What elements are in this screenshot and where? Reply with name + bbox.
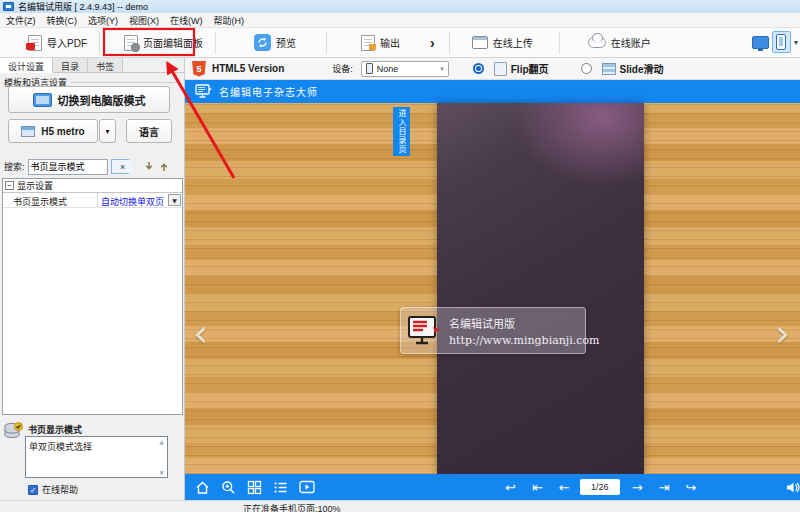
help-text-box[interactable]: 单双页模式选择 ▲ ▼ [25, 436, 168, 478]
toolbar-separator [215, 32, 216, 54]
switch-to-desktop-label: 切换到电脑版模式 [58, 92, 146, 108]
tab-design-settings[interactable]: 设计设置 [0, 58, 53, 73]
close-icon: × [120, 162, 125, 172]
clear-search-button[interactable]: × [111, 159, 135, 174]
online-account-button[interactable]: 在线账户 [580, 32, 659, 53]
prev-page-arrow[interactable]: ‹ [193, 318, 208, 348]
toolbar-separator [326, 32, 327, 54]
tab-bookmark[interactable]: 书签 [88, 58, 123, 72]
display-settings-group-row[interactable]: − 显示设置 [3, 179, 182, 193]
setting-value-text: 自动切换单双页 [101, 197, 164, 207]
cloud-icon [588, 37, 606, 48]
display-settings-label: 显示设置 [17, 179, 53, 192]
mode-dropdown-icon[interactable]: ▾ [794, 38, 798, 47]
language-button[interactable]: 语言 [126, 119, 172, 143]
checkbox-checked-icon[interactable]: ✓ [28, 485, 38, 495]
slide-icon [602, 63, 616, 75]
watermark-monitor-icon [407, 315, 441, 347]
autoplay-icon[interactable] [298, 479, 315, 496]
chevron-down-icon: ▼ [172, 197, 177, 204]
online-account-label: 在线账户 [611, 35, 651, 50]
setting-value[interactable]: 自动切换单双页 ▼ [98, 193, 182, 207]
view-mode-switch: ▾ [752, 31, 798, 53]
catalog-side-tab[interactable]: 进入目录页 [393, 107, 410, 156]
status-bar: 正在准备手机页面:100% [0, 500, 800, 512]
device-select[interactable]: None ▾ [361, 61, 449, 77]
setting-name: 书页显示模式 [3, 193, 98, 207]
monitor-icon [33, 93, 52, 107]
page-display-mode-row[interactable]: 书页显示模式 自动切换单双页 ▼ [3, 193, 182, 208]
redo-icon[interactable]: ↪ [686, 479, 697, 496]
sound-icon[interactable] [784, 479, 800, 496]
main-content: 5 HTML5 Version 设备: None ▾ Flip翻页 Slide滑… [185, 58, 800, 500]
watermark-title: 名编辑试用版 [449, 315, 599, 331]
menu-file[interactable]: 文件(Z) [6, 14, 36, 27]
chevron-down-icon: ▾ [440, 65, 444, 73]
watermark-url: http://www.mingbianji.com [449, 334, 599, 347]
menu-online[interactable]: 在线(W) [170, 14, 203, 27]
table-of-contents-icon[interactable] [272, 479, 289, 496]
books-stack-icon [3, 422, 25, 440]
search-input[interactable] [28, 159, 108, 175]
output-more-icon[interactable]: › [430, 35, 435, 51]
toolbar-separator [449, 32, 450, 54]
main-toolbar: 导入PDF 页面编辑面板 预览 输出 › 在线上传 在线账户 [0, 28, 800, 58]
page-indicator-input[interactable]: 1/26 [580, 479, 620, 495]
search-next-icon[interactable] [144, 161, 154, 172]
app-window: 名编辑试用版 [ 2.4.9.43] -- demo 文件(Z) 转换(C) 选… [0, 0, 800, 512]
combo-dropdown-button[interactable]: ▼ [168, 194, 181, 206]
menu-options[interactable]: 选项(Y) [88, 14, 118, 27]
device-selected-value: None [377, 64, 399, 74]
wood-background: ‹ › 进入目录页 名编辑试用版 http://www.mingbianji.c… [185, 103, 800, 474]
page-edit-panel-label: 页面编辑面板 [143, 35, 203, 50]
help-panel: 书页显示模式 单双页模式选择 ▲ ▼ ✓ 在线帮助 [0, 420, 185, 500]
app-icon [3, 2, 14, 11]
mobile-mode-button[interactable] [772, 31, 791, 53]
title-bar: 名编辑试用版 [ 2.4.9.43] -- demo [0, 0, 800, 13]
thumbnails-icon[interactable] [246, 479, 263, 496]
online-upload-button[interactable]: 在线上传 [464, 32, 541, 53]
phone-icon [776, 34, 786, 50]
online-help-option[interactable]: ✓ 在线帮助 [28, 483, 78, 496]
switch-to-desktop-button[interactable]: 切换到电脑版模式 [8, 86, 170, 113]
collapse-icon[interactable]: − [5, 181, 14, 190]
device-toolbar: 5 HTML5 Version 设备: None ▾ Flip翻页 Slide滑… [185, 58, 800, 80]
scroll-down-icon[interactable]: ▼ [159, 469, 164, 476]
menu-help[interactable]: 帮助(H) [214, 14, 245, 27]
first-page-icon[interactable]: ⇤ [532, 479, 543, 496]
menu-convert[interactable]: 转换(C) [47, 14, 78, 27]
flip-radio[interactable] [473, 63, 484, 74]
search-prev-icon[interactable] [159, 161, 169, 172]
tab-catalog[interactable]: 目录 [53, 58, 88, 72]
refresh-icon [254, 34, 271, 51]
template-icon [21, 126, 35, 137]
scroll-up-icon[interactable]: ▲ [159, 438, 164, 445]
menu-view[interactable]: 视图(X) [129, 14, 159, 27]
help-title: 书页显示模式 [28, 423, 82, 436]
online-help-label: 在线帮助 [42, 483, 78, 496]
zoom-icon[interactable] [220, 479, 237, 496]
template-label: H5 metro [41, 126, 84, 137]
last-page-icon[interactable]: ⇥ [659, 479, 670, 496]
next-page-icon[interactable]: → [632, 479, 643, 496]
preview-button[interactable]: 预览 [246, 31, 304, 54]
home-icon[interactable] [194, 479, 211, 496]
template-dropdown-button[interactable]: ▾ [99, 119, 116, 143]
device-label: 设备: [332, 62, 353, 75]
help-scrollbar[interactable]: ▲ ▼ [157, 438, 166, 476]
desktop-mode-icon[interactable] [752, 36, 769, 49]
import-pdf-button[interactable]: 导入PDF [20, 32, 95, 54]
prev-page-icon[interactable]: ← [559, 479, 570, 496]
html5-logo-icon: 5 [192, 61, 206, 77]
html5-version-label: HTML5 Version [212, 63, 284, 74]
undo-icon[interactable]: ↩ [505, 479, 516, 496]
book-title-banner: 名编辑电子杂志大师 [185, 80, 800, 103]
template-select-button[interactable]: H5 metro [8, 119, 98, 143]
output-button[interactable]: 输出 [353, 32, 408, 54]
slide-radio[interactable] [581, 63, 592, 74]
page-edit-panel-button[interactable]: 页面编辑面板 [116, 32, 211, 54]
book-cover-page[interactable] [437, 103, 644, 474]
next-page-arrow[interactable]: › [775, 318, 790, 348]
flip-label: Flip翻页 [511, 61, 549, 76]
menu-bar: 文件(Z) 转换(C) 选项(Y) 视图(X) 在线(W) 帮助(H) [0, 13, 800, 28]
